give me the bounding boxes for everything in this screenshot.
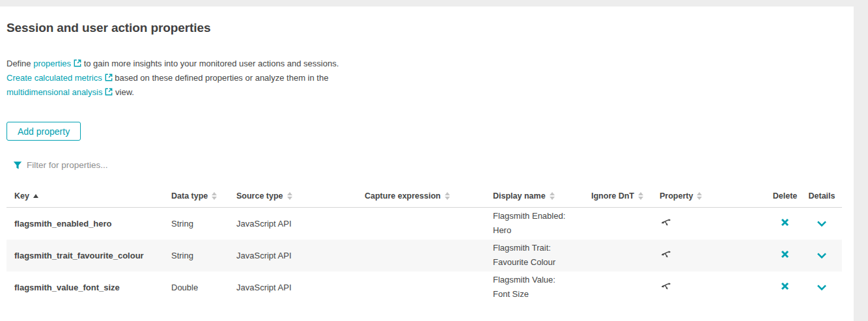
external-link-icon — [102, 73, 113, 83]
intro-line: Define properties to gain more insights … — [7, 57, 339, 71]
cell-capture-expression — [365, 272, 493, 303]
column-header-ignore-dnt[interactable]: Ignore DnT — [591, 186, 660, 208]
sort-toggle-icon — [697, 192, 702, 200]
cell-delete — [768, 208, 804, 240]
display-name-text: Flagsmith Value: Font Size — [493, 273, 574, 301]
sort-toggle-icon — [212, 192, 217, 200]
properties-table-wrap: KeyData typeSource typeCapture expressio… — [7, 186, 842, 303]
column-header-source-type[interactable]: Source type — [236, 186, 365, 208]
column-header-key[interactable]: Key — [7, 186, 171, 208]
sort-toggle-icon — [287, 192, 292, 200]
column-header-property[interactable]: Property — [660, 186, 768, 208]
cell-display-name: Flagsmith Trait: Favourite Colour — [493, 240, 591, 272]
cell-ignore-dnt — [591, 208, 660, 240]
column-label: Data type — [171, 191, 208, 201]
table-header-row: KeyData typeSource typeCapture expressio… — [7, 186, 842, 208]
sort-ascending-icon — [33, 194, 38, 198]
cell-key: flagsmith_value_font_size — [7, 272, 171, 303]
link-properties[interactable]: properties — [33, 59, 81, 68]
cell-data-type: Double — [171, 272, 236, 303]
cell-capture-expression — [365, 208, 493, 240]
link-create-calculated-metrics[interactable]: Create calculated metrics — [7, 73, 113, 83]
column-header-capture-expression[interactable]: Capture expression — [365, 186, 493, 208]
cell-source-type: JavaScript API — [236, 272, 365, 303]
column-header-details: Details — [804, 186, 842, 208]
cell-source-type: JavaScript API — [236, 208, 365, 240]
table-row: flagsmith_value_font_sizeDoubleJavaScrip… — [7, 272, 842, 303]
external-link-icon — [71, 59, 81, 68]
column-header-delete: Delete — [768, 186, 804, 208]
cell-ignore-dnt — [591, 240, 660, 272]
cell-key: flagsmith_enabled_hero — [7, 208, 171, 240]
table-row: flagsmith_trait_favourite_colourStringJa… — [7, 240, 842, 272]
link-multidimensional-analysis[interactable]: multidimensional analysis — [7, 87, 113, 97]
cell-delete — [768, 272, 804, 303]
cell-capture-expression — [365, 240, 493, 272]
intro-line: Create calculated metrics based on these… — [7, 71, 339, 85]
display-name-text: Flagsmith Enabled: Hero — [493, 209, 574, 238]
cell-property — [660, 208, 768, 240]
cell-details — [804, 272, 842, 303]
column-label: Property — [660, 191, 693, 201]
intro-line: multidimensional analysis view. — [7, 85, 339, 100]
column-header-data-type[interactable]: Data type — [171, 186, 236, 208]
cell-details — [804, 240, 842, 272]
filter-input[interactable] — [27, 160, 222, 170]
user-action-property-icon — [660, 281, 671, 291]
table-row: flagsmith_enabled_heroStringJavaScript A… — [7, 208, 842, 240]
cell-property — [660, 272, 768, 303]
column-label: Display name — [493, 191, 546, 201]
table-body: flagsmith_enabled_heroStringJavaScript A… — [7, 208, 842, 303]
filter-funnel-icon — [13, 161, 22, 170]
user-action-property-icon — [660, 219, 671, 229]
display-name-text: Flagsmith Trait: Favourite Colour — [493, 241, 574, 270]
sort-toggle-icon — [550, 192, 555, 200]
delete-x-icon[interactable] — [781, 250, 789, 258]
sort-toggle-icon — [638, 192, 643, 200]
column-label: Ignore DnT — [591, 191, 634, 201]
external-link-icon — [102, 87, 113, 97]
user-action-property-icon — [660, 283, 671, 293]
cell-details — [804, 208, 842, 240]
chevron-down-icon[interactable] — [817, 221, 827, 227]
cell-data-type: String — [171, 240, 236, 272]
column-label: Details — [809, 191, 835, 201]
cell-delete — [768, 240, 804, 272]
column-label: Delete — [773, 191, 798, 201]
cell-display-name: Flagsmith Value: Font Size — [493, 272, 591, 303]
column-header-display-name[interactable]: Display name — [493, 186, 591, 208]
intro-segment: Define — [7, 59, 33, 68]
delete-x-icon[interactable] — [781, 218, 789, 227]
cell-key: flagsmith_trait_favourite_colour — [7, 240, 171, 272]
column-label: Source type — [236, 191, 283, 201]
user-action-property-icon — [660, 251, 671, 261]
intro-segment: based on these defined properties or ana… — [113, 73, 329, 83]
intro-segment: view. — [113, 87, 134, 97]
add-property-button[interactable]: Add property — [7, 122, 81, 141]
filter-bar — [13, 160, 222, 170]
column-label: Key — [14, 191, 29, 201]
chevron-down-icon[interactable] — [817, 285, 827, 290]
cell-property — [660, 240, 768, 272]
cell-display-name: Flagsmith Enabled: Hero — [493, 208, 591, 240]
column-label: Capture expression — [365, 191, 441, 201]
cell-source-type: JavaScript API — [236, 240, 365, 272]
cell-ignore-dnt — [591, 272, 660, 303]
content-panel: Session and user action properties Defin… — [0, 7, 854, 321]
intro-text: Define properties to gain more insights … — [7, 57, 339, 100]
user-action-property-icon — [660, 249, 671, 259]
user-action-property-icon — [660, 217, 671, 227]
intro-segment: to gain more insights into your monitore… — [81, 59, 339, 68]
cell-data-type: String — [171, 208, 236, 240]
properties-table: KeyData typeSource typeCapture expressio… — [7, 186, 842, 303]
sort-toggle-icon — [445, 192, 450, 200]
chevron-down-icon[interactable] — [817, 253, 827, 258]
delete-x-icon[interactable] — [781, 282, 789, 290]
page-title: Session and user action properties — [7, 21, 210, 35]
